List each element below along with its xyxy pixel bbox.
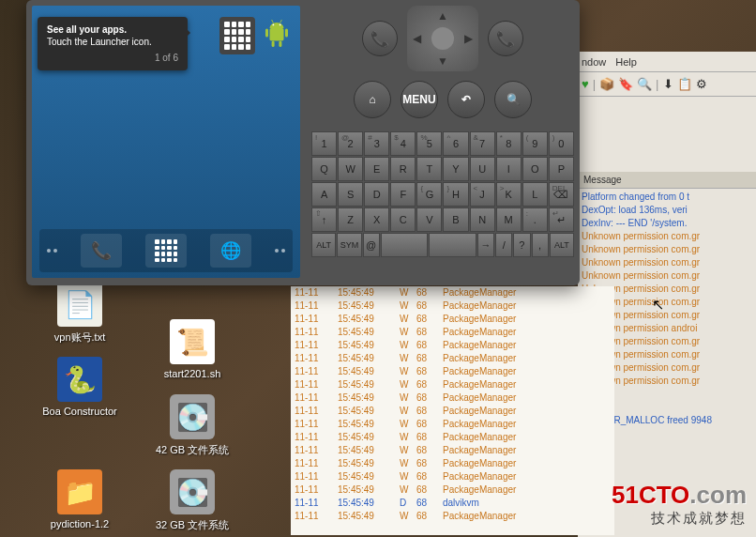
menu-button[interactable]: MENU	[401, 81, 438, 118]
logcat-row[interactable]: 11-1115:45:49W68PackageManager	[291, 431, 614, 444]
key-D[interactable]: D	[364, 182, 389, 207]
logcat-row[interactable]: 11-1115:45:49W68PackageManager	[291, 286, 614, 299]
key-P[interactable]: P	[549, 157, 574, 181]
toolbar-icon[interactable]: ⬇	[663, 77, 673, 91]
key-ALT[interactable]: ALT	[550, 233, 574, 257]
desktop-icon-disk-32gb[interactable]: 💽 32 GB 文件系统	[150, 469, 234, 532]
dpad-right[interactable]: ▶	[464, 32, 473, 45]
key-N[interactable]: N	[470, 207, 495, 232]
desktop-icon-pydiction[interactable]: 📁 pydiction-1.2	[38, 469, 122, 529]
key-Z[interactable]: Z	[338, 207, 363, 232]
toolbar-icon[interactable]: 📋	[677, 77, 692, 91]
key-K[interactable]: K>	[496, 182, 522, 207]
key-C[interactable]: C	[390, 207, 416, 232]
logcat-row[interactable]: 11-1115:45:49W68PackageManager	[291, 405, 614, 418]
toolbar-icon[interactable]: ⚙	[696, 77, 707, 91]
logcat-row[interactable]: 11-1115:45:49W68PackageManager	[291, 391, 614, 405]
dock-phone-button[interactable]: 📞	[81, 234, 122, 268]
log-message[interactable]: Unknown permission com.gr	[582, 256, 752, 269]
toolbar-icon[interactable]: 🔖	[618, 77, 633, 91]
key-U[interactable]: U	[470, 157, 495, 181]
menu-window[interactable]: ndow	[582, 56, 606, 68]
key-L[interactable]: L	[522, 182, 548, 207]
key-↑[interactable]: ↑⇧	[311, 207, 337, 232]
key-3[interactable]: 3#	[364, 131, 389, 156]
key-Q[interactable]: Q	[311, 157, 337, 181]
key-X[interactable]: X	[364, 207, 389, 232]
call-button[interactable]: 📞	[362, 21, 398, 56]
key-M[interactable]: M	[496, 207, 522, 232]
logcat-row[interactable]: 11-1115:45:49D68dalvikvm	[291, 497, 614, 510]
dock-browser-button[interactable]: 🌐	[210, 234, 251, 268]
toolbar-icon[interactable]: ♥	[582, 77, 589, 91]
key-↵[interactable]: ↵↵	[549, 207, 574, 232]
key-/[interactable]: /	[495, 233, 512, 257]
desktop-icon-disk-42gb[interactable]: 💽 42 GB 文件系统	[150, 394, 234, 457]
key-Y[interactable]: Y	[443, 157, 468, 181]
logcat-row[interactable]: 11-1115:45:49W68PackageManager	[291, 457, 614, 470]
end-call-button[interactable]: 📞	[488, 21, 523, 56]
log-message[interactable]: Unknown permission com.gr	[582, 230, 752, 243]
key-R[interactable]: R	[390, 157, 416, 181]
key-5[interactable]: 5%	[416, 131, 442, 156]
key-E[interactable]: E	[364, 157, 389, 181]
key-space[interactable]	[381, 233, 429, 257]
desktop-icon-boa[interactable]: 🐍 Boa Constructor	[38, 357, 122, 417]
home-button[interactable]: ⌂	[354, 81, 391, 118]
key-T[interactable]: T	[416, 157, 442, 181]
toolbar-icon[interactable]: 📦	[599, 77, 614, 91]
dpad-left[interactable]: ◀	[413, 32, 421, 45]
log-message[interactable]: DexOpt: load 136ms, veri	[582, 204, 752, 217]
key-J[interactable]: J<	[470, 182, 495, 207]
logcat-row[interactable]: 11-1115:45:49W68PackageManager	[291, 299, 614, 313]
key-0[interactable]: 0)	[549, 131, 574, 156]
key-W[interactable]: W	[338, 157, 363, 181]
key-V[interactable]: V	[416, 207, 442, 232]
toolbar-icon[interactable]: 🔍	[637, 77, 652, 91]
logcat-row[interactable]: 11-1115:45:49W68PackageManager	[291, 339, 614, 352]
menu-help[interactable]: Help	[615, 56, 637, 68]
key-O[interactable]: O	[522, 157, 548, 181]
key-1[interactable]: 1!	[311, 131, 337, 156]
key-G[interactable]: G{	[416, 182, 442, 207]
key-S[interactable]: S	[338, 182, 363, 207]
key-→[interactable]: →	[477, 233, 494, 257]
log-message[interactable]: Unknown permission com.gr	[582, 243, 752, 256]
logcat-row[interactable]: 11-1115:45:49W68PackageManager	[291, 510, 614, 523]
key-B[interactable]: B	[443, 207, 468, 232]
key-H[interactable]: H}	[443, 182, 468, 207]
logcat-row[interactable]: 11-1115:45:49W68PackageManager	[291, 483, 614, 497]
key-SYM[interactable]: SYM	[337, 233, 361, 257]
dpad-up[interactable]: ▲	[437, 9, 448, 23]
key-,[interactable]: ,	[532, 233, 549, 257]
key-@[interactable]: @	[363, 233, 380, 257]
key-F[interactable]: F	[390, 182, 416, 207]
logcat-row[interactable]: 11-1115:45:49W68PackageManager	[291, 313, 614, 326]
key-I[interactable]: I	[496, 157, 522, 181]
key-9[interactable]: 9(	[522, 131, 548, 156]
back-button[interactable]: ↶	[447, 81, 485, 118]
logcat-row[interactable]: 11-1115:45:49W68PackageManager	[291, 444, 614, 457]
key-.[interactable]: .:	[522, 207, 548, 232]
key-8[interactable]: 8*	[496, 131, 522, 156]
logcat-row[interactable]: 11-1115:45:49W68PackageManager	[291, 378, 614, 391]
logcat-row[interactable]: 11-1115:45:49W68PackageManager	[291, 470, 614, 483]
logcat-row[interactable]: 11-1115:45:49W68PackageManager	[291, 418, 614, 431]
dock-launcher-button[interactable]	[145, 234, 187, 268]
key-A[interactable]: A	[311, 182, 337, 207]
key-4[interactable]: 4$	[390, 131, 416, 156]
key-6[interactable]: 6^	[443, 131, 468, 156]
log-message[interactable]: Unknown permission com.gr	[582, 269, 752, 283]
logcat-table[interactable]: 11-1115:45:49W68PackageManager11-1115:45…	[291, 286, 614, 535]
dpad-center[interactable]	[431, 27, 454, 50]
log-message[interactable]: DexInv: --- END '/system.	[582, 217, 752, 230]
desktop-icon-vpn[interactable]: 📄 vpn账号.txt	[38, 282, 122, 345]
desktop-icon-start-script[interactable]: 📜 start2201.sh	[150, 319, 234, 379]
logcat-row[interactable]: 11-1115:45:49W68PackageManager	[291, 365, 614, 378]
log-message[interactable]: Platform changed from 0 t	[582, 191, 752, 204]
key-space[interactable]	[429, 233, 476, 257]
launcher-grid-icon[interactable]	[219, 17, 255, 54]
dpad[interactable]: ▲ ▼ ◀ ▶	[407, 6, 478, 71]
key-ALT[interactable]: ALT	[311, 233, 336, 257]
key-7[interactable]: 7&	[470, 131, 495, 156]
